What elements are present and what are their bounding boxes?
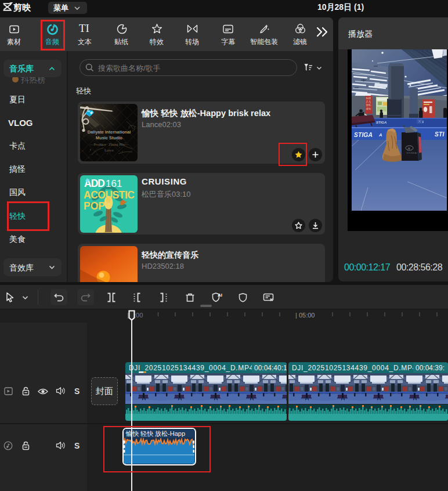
svg-text:羽毛: 羽毛 bbox=[366, 103, 372, 107]
svg-text:悦羽: 悦羽 bbox=[366, 96, 371, 100]
svg-text:H: H bbox=[408, 147, 410, 150]
svg-text:DJI_20251025134439_0004_D.MP4: DJI_20251025134439_0004_D.MP4 bbox=[129, 364, 254, 372]
svg-text:AI: AI bbox=[218, 293, 222, 298]
svg-text:STI: STI bbox=[435, 131, 445, 138]
svg-text:STIGA: STIGA bbox=[376, 121, 386, 124]
svg-text:00:04:39:: 00:04:39: bbox=[416, 364, 445, 372]
svg-text:HYUNDAI: HYUNDAI bbox=[407, 151, 417, 154]
svg-text:A: A bbox=[378, 132, 382, 138]
svg-text:ACOUSTIC: ACOUSTIC bbox=[84, 189, 135, 201]
svg-text:乒乓: 乒乓 bbox=[366, 100, 372, 103]
svg-text:Lance: Lance bbox=[104, 148, 114, 152]
svg-text:161: 161 bbox=[106, 178, 122, 189]
svg-text:00:04:40:1: 00:04:40:1 bbox=[254, 364, 287, 372]
svg-text:球馆: 球馆 bbox=[366, 107, 372, 110]
svg-text:STIGA: STIGA bbox=[354, 131, 373, 138]
svg-text:POP: POP bbox=[84, 200, 105, 212]
svg-text:DJI_20251025134439_0004_D.MP4: DJI_20251025134439_0004_D.MP4 bbox=[292, 364, 417, 372]
svg-text:—Produce· Zhang His—: —Produce· Zhang His— bbox=[89, 142, 129, 146]
